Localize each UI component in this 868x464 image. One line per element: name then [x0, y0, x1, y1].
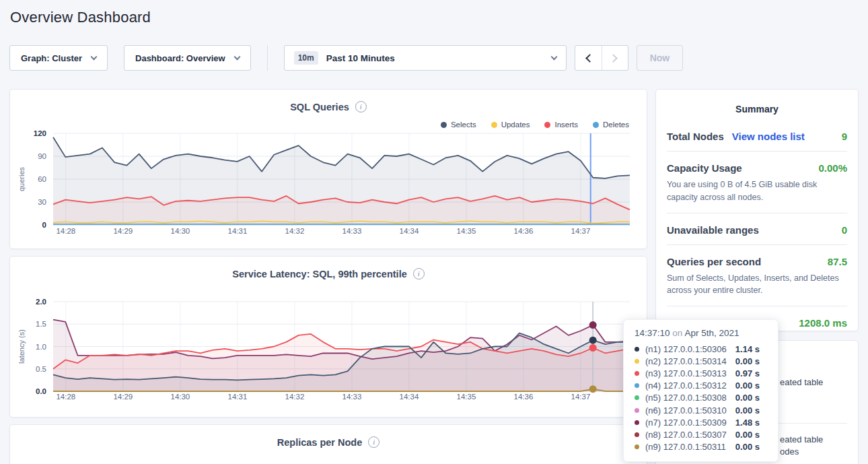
tooltip-node-row: (n7) 127.0.0.1:503091.48 s: [635, 416, 778, 428]
latency-chart-card: Service Latency: SQL, 99th percentile i …: [9, 256, 647, 418]
svg-text:14:29: 14:29: [113, 393, 133, 401]
node-latency-value: 0.00 s: [735, 405, 778, 416]
node-address: (n6) 127.0.0.1:50310: [645, 405, 727, 416]
node-latency-value: 0.00 s: [735, 380, 778, 391]
node-address: (n1) 127.0.0.1:50306: [645, 344, 727, 354]
chart-title: Replicas per Node: [277, 437, 363, 448]
tooltip-node-row: (n9) 127.0.0.1:503110.00 s: [635, 441, 778, 453]
summary-row-total-nodes: Total Nodes View nodes list 9: [667, 120, 847, 152]
time-range-badge: 10m: [294, 51, 318, 65]
summary-value: 9: [842, 131, 847, 142]
node-latency-value: 0.00 s: [735, 442, 778, 452]
svg-text:14:31: 14:31: [228, 227, 248, 235]
svg-text:14:33: 14:33: [342, 227, 362, 235]
node-latency-value: 1.14 s: [735, 344, 778, 354]
tooltip-node-row: (n5) 127.0.0.1:503080.00 s: [635, 392, 778, 404]
svg-text:2.0: 2.0: [36, 298, 46, 306]
svg-text:14:37: 14:37: [571, 227, 591, 235]
chevron-down-icon: [233, 53, 240, 60]
tooltip-node-row: (n1) 127.0.0.1:503061.14 s: [635, 343, 778, 355]
svg-text:14:30: 14:30: [170, 393, 190, 401]
svg-text:90: 90: [38, 152, 46, 160]
time-step-buttons: [575, 45, 628, 71]
summary-description: You are using 0 B of 4.5 GiB usable disk…: [667, 178, 847, 204]
replicas-chart-card: Replicas per Node i: [9, 424, 647, 464]
node-address: (n8) 127.0.0.1:50307: [645, 430, 727, 440]
step-back-button[interactable]: [575, 46, 602, 70]
tooltip-node-row: (n6) 127.0.0.1:503100.00 s: [635, 404, 778, 416]
svg-text:14:32: 14:32: [285, 227, 305, 235]
node-color-dot: [635, 371, 639, 376]
svg-text:14:34: 14:34: [400, 393, 419, 401]
summary-row-qps: Queries per second 87.5 Sum of Selects, …: [667, 245, 847, 307]
summary-label: Total Nodes: [667, 131, 724, 142]
time-range-label: Past 10 Minutes: [326, 53, 395, 63]
summary-label: Unavailable ranges: [667, 224, 759, 236]
sql-queries-chart[interactable]: 14:2814:2914:3014:3114:3214:3314:3414:35…: [10, 90, 647, 248]
node-color-dot: [635, 395, 639, 400]
event-text-fragment: eated table: [780, 434, 823, 444]
svg-text:1.5: 1.5: [36, 320, 46, 328]
node-latency-value: 0.00 s: [735, 393, 778, 403]
tooltip-date: Apr 5th, 2021: [684, 328, 739, 338]
toolbar: Graph: Cluster Dashboard: Overview 10m P…: [9, 45, 683, 71]
view-nodes-list-link[interactable]: View nodes list: [732, 131, 805, 142]
tooltip-time: 14:37:10: [635, 328, 670, 338]
summary-value: 0.00%: [818, 162, 847, 174]
svg-text:14:31: 14:31: [228, 393, 248, 401]
node-address: (n4) 127.0.0.1:50312: [645, 380, 727, 391]
node-color-dot: [635, 444, 639, 449]
summary-title: Summary: [667, 90, 847, 120]
step-forward-button[interactable]: [602, 46, 628, 70]
info-icon[interactable]: i: [368, 436, 379, 448]
summary-row-capacity: Capacity Usage 0.00% You are using 0 B o…: [667, 152, 847, 213]
svg-text:14:28: 14:28: [56, 227, 75, 235]
node-latency-value: 1.48 s: [735, 418, 778, 428]
svg-text:14:28: 14:28: [56, 393, 75, 401]
graph-selector-dropdown[interactable]: Graph: Cluster: [9, 45, 108, 71]
summary-value: 1208.0 ms: [799, 317, 847, 329]
chevron-down-icon: [550, 53, 557, 60]
node-address: (n9) 127.0.0.1:50311: [645, 442, 726, 452]
summary-label: Queries per second: [667, 256, 761, 267]
tooltip-node-row: (n4) 127.0.0.1:503120.00 s: [635, 380, 778, 392]
tooltip-timestamp: 14:37:10 on Apr 5th, 2021: [635, 328, 778, 338]
svg-text:14:37: 14:37: [571, 393, 591, 401]
summary-value: 87.5: [828, 256, 847, 267]
svg-text:queries: queries: [17, 166, 26, 191]
latency-chart[interactable]: 14:2814:2914:3014:3114:3214:3314:3414:35…: [10, 257, 647, 417]
svg-text:14:30: 14:30: [170, 227, 190, 235]
tooltip-node-row: (n3) 127.0.0.1:503130.97 s: [635, 367, 778, 379]
dashboard-selector-label: Dashboard: Overview: [135, 53, 225, 63]
now-button[interactable]: Now: [637, 45, 684, 71]
node-latency-value: 0.00 s: [735, 356, 778, 366]
node-latency-value: 0.97 s: [735, 368, 778, 378]
node-address: (n2) 127.0.0.1:50314: [645, 356, 727, 366]
svg-text:0.0: 0.0: [36, 387, 46, 395]
dashboard-selector-dropdown[interactable]: Dashboard: Overview: [124, 45, 251, 71]
event-text-fragment: eated table: [780, 377, 823, 387]
chevron-left-icon: [585, 54, 594, 63]
svg-text:latency (s): latency (s): [17, 329, 26, 364]
svg-text:14:36: 14:36: [514, 227, 534, 235]
svg-text:14:35: 14:35: [457, 393, 476, 401]
svg-text:0: 0: [42, 221, 46, 229]
toolbar-divider: [267, 45, 268, 71]
node-color-dot: [635, 408, 639, 413]
svg-text:14:36: 14:36: [514, 393, 534, 401]
summary-row-unavailable-ranges: Unavailable ranges 0: [667, 213, 847, 245]
time-range-dropdown[interactable]: 10m Past 10 Minutes: [284, 45, 567, 71]
svg-text:1.0: 1.0: [36, 343, 46, 351]
node-color-dot: [635, 347, 639, 352]
node-address: (n3) 127.0.0.1:50313: [645, 368, 727, 378]
tooltip-node-row: (n2) 127.0.0.1:503140.00 s: [635, 355, 778, 367]
node-address: (n7) 127.0.0.1:50309: [645, 418, 727, 428]
svg-text:14:32: 14:32: [285, 393, 305, 401]
node-color-dot: [635, 432, 639, 437]
summary-panel: Summary Total Nodes View nodes list 9 Ca…: [655, 89, 859, 331]
svg-text:120: 120: [34, 129, 46, 137]
svg-text:0.5: 0.5: [36, 365, 46, 373]
sql-queries-chart-card: SQL Queries i Selects Updates Inserts De…: [9, 89, 647, 249]
chevron-right-icon: [609, 54, 618, 63]
node-color-dot: [635, 359, 639, 364]
